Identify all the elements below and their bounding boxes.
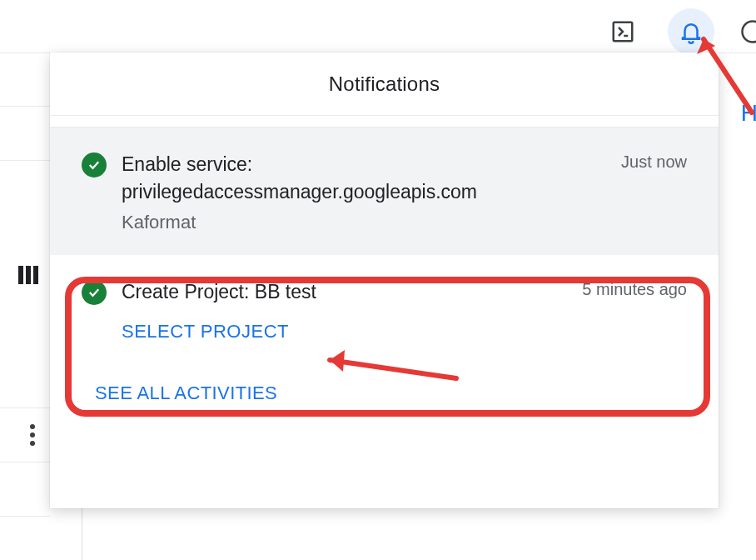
more-menu-icon[interactable] bbox=[30, 424, 35, 446]
panel-header: Notifications bbox=[50, 52, 719, 116]
select-project-button[interactable]: SELECT PROJECT bbox=[122, 321, 289, 342]
notifications-panel: Notifications Enable service: privileged… bbox=[50, 52, 719, 508]
help-icon[interactable] bbox=[736, 8, 756, 55]
see-all-activities-link[interactable]: SEE ALL ACTIVITIES bbox=[95, 382, 277, 403]
success-check-icon bbox=[82, 152, 107, 178]
left-rail bbox=[0, 52, 50, 560]
notification-item[interactable]: Enable service: privilegedaccessmanager.… bbox=[50, 128, 719, 255]
panel-title: Notifications bbox=[329, 72, 440, 96]
notification-title: Enable service: privilegedaccessmanager.… bbox=[122, 151, 604, 207]
top-bar bbox=[0, 0, 756, 53]
notification-item[interactable]: Create Project: BB test 5 minutes ago SE… bbox=[50, 255, 719, 364]
svg-point-2 bbox=[743, 22, 757, 42]
notification-time: Just now bbox=[621, 151, 687, 172]
truncated-text: H bbox=[741, 100, 756, 127]
notifications-bell-icon[interactable] bbox=[668, 8, 714, 55]
notification-title: Create Project: BB test bbox=[122, 278, 316, 306]
panel-footer: SEE ALL ACTIVITIES bbox=[50, 364, 719, 429]
notification-project: Kaformat bbox=[122, 212, 687, 233]
success-check-icon bbox=[82, 280, 107, 305]
notification-time: 5 minutes ago bbox=[582, 278, 687, 299]
cloud-shell-icon[interactable] bbox=[599, 8, 646, 55]
columns-icon[interactable] bbox=[18, 266, 38, 284]
